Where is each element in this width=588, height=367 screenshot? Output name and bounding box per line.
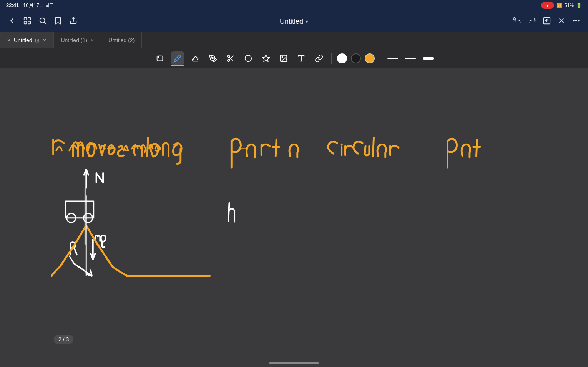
tab-untitled-1[interactable]: Untitled (1) ✕ xyxy=(54,32,101,48)
svg-rect-14 xyxy=(157,56,163,61)
eraser-tool-button[interactable] xyxy=(188,51,202,65)
battery-display: 51% xyxy=(565,3,574,8)
export-button[interactable] xyxy=(543,17,551,27)
active-indicator xyxy=(171,65,184,66)
tab-share-untitled[interactable]: ⊡ xyxy=(35,37,40,43)
tab-close-untitled-1[interactable]: ✕ xyxy=(90,38,94,43)
tab-label-untitled-2: Untitled (2) xyxy=(108,37,135,43)
line-style-button[interactable] xyxy=(386,51,400,65)
bookmark-button[interactable] xyxy=(54,17,62,27)
image-tool-button[interactable] xyxy=(277,51,291,65)
toolbar-left xyxy=(8,17,78,27)
tab-label-untitled: Untitled xyxy=(14,37,32,43)
more-button[interactable] xyxy=(572,17,580,27)
title-chevron: ▾ xyxy=(306,18,308,25)
battery-icon: 🔋 xyxy=(576,3,582,8)
time-display: 22:41 xyxy=(6,2,19,8)
handwriting-orange-2 xyxy=(231,137,480,167)
document-title: Untitled xyxy=(280,18,303,26)
close-button[interactable] xyxy=(557,17,566,27)
orange-color-button[interactable] xyxy=(365,53,375,63)
svg-point-13 xyxy=(578,20,579,21)
svg-rect-1 xyxy=(28,17,30,20)
title-center[interactable]: Untitled ▾ xyxy=(280,18,308,26)
svg-point-4 xyxy=(40,18,45,23)
tab-label-untitled-1: Untitled (1) xyxy=(61,37,87,43)
drawing-canvas-svg xyxy=(0,68,588,359)
svg-point-17 xyxy=(212,57,213,59)
tab-untitled[interactable]: ✕ Untitled ⊡ ✕ xyxy=(0,32,54,48)
date-display: 10月17日周二 xyxy=(23,2,54,8)
drawing-toolbar xyxy=(0,48,588,68)
svg-point-24 xyxy=(341,144,343,146)
tab-close-x[interactable]: ✕ xyxy=(43,38,47,43)
title-bar: Untitled ▾ xyxy=(0,11,588,32)
link-tool-button[interactable] xyxy=(312,51,326,65)
status-left: 22:41 10月17日周二 xyxy=(6,2,54,9)
status-icons: ● 📶 51% 🔋 xyxy=(541,2,582,9)
pencil-tool-button[interactable] xyxy=(206,51,220,65)
handwriting-orange xyxy=(53,137,182,164)
selection-tool-button[interactable] xyxy=(224,51,238,65)
svg-point-11 xyxy=(573,20,574,21)
line-thin-button[interactable] xyxy=(404,51,417,65)
redo-button[interactable] xyxy=(528,17,537,27)
svg-rect-3 xyxy=(28,21,30,23)
white-color-button[interactable] xyxy=(337,53,347,63)
thin-line-indicator xyxy=(405,58,416,59)
svg-line-5 xyxy=(44,22,46,24)
lasso-tool-button[interactable] xyxy=(153,51,167,65)
home-bar xyxy=(0,359,588,367)
home-indicator xyxy=(269,362,319,364)
tab-close-untitled[interactable]: ✕ xyxy=(7,38,11,43)
toolbar-right xyxy=(513,17,580,27)
svg-point-12 xyxy=(576,20,577,21)
record-indicator: ● xyxy=(541,2,554,9)
page-indicator: 2 / 3 xyxy=(54,335,73,344)
wifi-icon: 📶 xyxy=(556,3,562,8)
drawing-canvas-area[interactable]: 2 / 3 xyxy=(0,68,588,359)
tab-bar: ✕ Untitled ⊡ ✕ Untitled (1) ✕ Untitled (… xyxy=(0,32,588,48)
tab-untitled-2[interactable]: Untitled (2) xyxy=(101,32,142,48)
text-tool-button[interactable] xyxy=(294,51,308,65)
search-button[interactable] xyxy=(38,17,47,27)
black-color-button[interactable] xyxy=(351,53,361,63)
svg-marker-19 xyxy=(262,55,269,61)
undo-button[interactable] xyxy=(513,17,522,27)
pen-tool-button[interactable] xyxy=(171,51,184,65)
svg-rect-2 xyxy=(24,21,27,23)
line-thick-button[interactable] xyxy=(421,51,435,65)
thick-line-indicator xyxy=(423,57,434,60)
toolbar-separator-1 xyxy=(331,53,332,64)
apps-button[interactable] xyxy=(23,17,32,27)
back-button[interactable] xyxy=(8,17,16,27)
svg-point-18 xyxy=(245,55,252,61)
svg-point-21 xyxy=(282,56,283,58)
svg-rect-0 xyxy=(24,17,27,20)
share-button[interactable] xyxy=(69,17,78,27)
shape-tool-button[interactable] xyxy=(241,51,255,65)
toolbar-separator-2 xyxy=(380,53,380,64)
status-bar: 22:41 10月17日周二 ● 📶 51% 🔋 xyxy=(0,0,588,11)
handwriting-white xyxy=(66,169,234,276)
star-tool-button[interactable] xyxy=(259,51,273,65)
